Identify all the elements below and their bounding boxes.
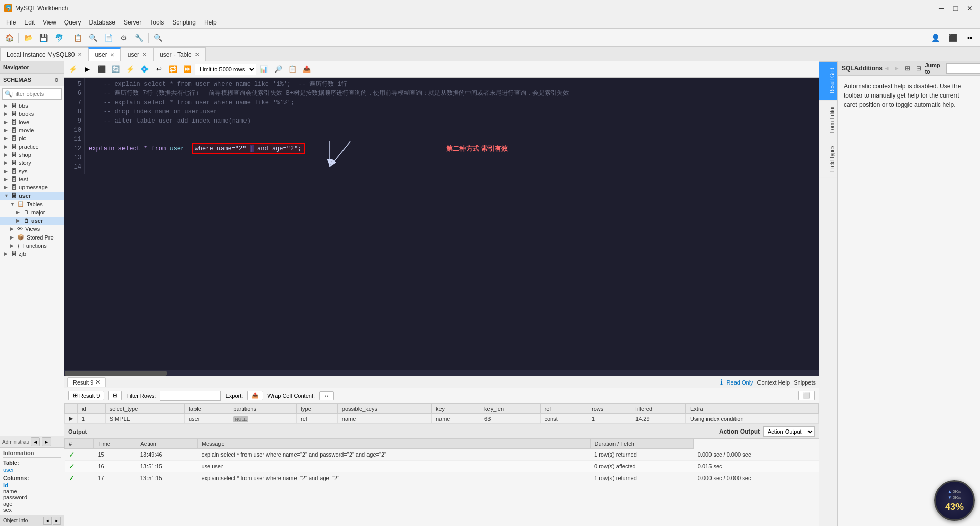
col-password[interactable]: password <box>3 494 61 500</box>
wrap-cell-btn[interactable]: ↔ <box>319 391 334 400</box>
export-btn[interactable]: 📤 <box>300 63 313 76</box>
schema-item-pic[interactable]: ▶ 🗄 pic <box>0 134 64 142</box>
save-button[interactable]: 💾 <box>36 31 51 45</box>
field-types-side-btn[interactable]: Field Types <box>819 139 837 178</box>
snippets-btn[interactable]: Snippets <box>794 379 816 386</box>
user-table-tab-close[interactable]: ✕ <box>195 52 199 57</box>
col-ref-header[interactable]: ref <box>540 404 587 414</box>
scroll-right-btn[interactable]: ► <box>53 517 61 525</box>
instance-tab[interactable]: Local instance MySQL80 ✕ <box>0 47 88 61</box>
schema-item-major[interactable]: ▶ 🗒 major <box>0 208 64 217</box>
explain-btn[interactable]: 🔎 <box>272 63 285 76</box>
table-row[interactable]: ▶ 1 SIMPLE user NULL ref name name 63 co… <box>65 414 819 424</box>
refresh-btn[interactable]: 🔄 <box>109 63 122 76</box>
layout-button[interactable]: ⬛ <box>944 30 961 46</box>
schema-item-stored-pro[interactable]: ▶ 📦 Stored Pro <box>0 233 64 242</box>
schema-item-shop[interactable]: ▶ 🗄 shop <box>0 151 64 159</box>
col-partitions-header[interactable]: partitions <box>229 404 297 414</box>
schema-inspect-btn[interactable]: 📋 <box>286 63 299 76</box>
col-extra-header[interactable]: Extra <box>686 404 819 414</box>
execute-btn[interactable]: ⚡ <box>66 63 80 76</box>
col-type-header[interactable]: type <box>297 404 338 414</box>
jump-to-input[interactable] <box>946 63 980 74</box>
col-rows-header[interactable]: rows <box>587 404 631 414</box>
schema-item-story[interactable]: ▶ 🗄 story <box>0 159 64 167</box>
instance-tab-close[interactable]: ✕ <box>78 52 82 57</box>
col-table-header[interactable]: table <box>184 404 229 414</box>
user-tab-2[interactable]: user ✕ <box>121 47 153 61</box>
table-button[interactable]: 📋 <box>70 31 85 45</box>
record-button[interactable]: 📄 <box>101 31 115 45</box>
nav-back-btn[interactable]: ◄ <box>31 437 40 446</box>
toggle-btn[interactable]: ⚡ <box>124 63 137 76</box>
schemas-options-btn[interactable]: ⚙ <box>52 75 61 84</box>
menu-help[interactable]: Help <box>200 18 221 27</box>
schema-item-user-table[interactable]: ▶ 🗒 user <box>0 217 64 225</box>
data-table-container[interactable]: id select_type table partitions type pos… <box>64 403 819 424</box>
transaction-btn[interactable]: 💠 <box>138 63 151 76</box>
col-key-header[interactable]: key <box>431 404 480 414</box>
user-tab-1-close[interactable]: ✕ <box>110 52 114 58</box>
maximize-button[interactable]: □ <box>949 2 962 14</box>
scroll-left-btn[interactable]: ◄ <box>43 517 52 525</box>
split-view-btn[interactable]: ⬜ <box>798 391 815 400</box>
filter-rows-input[interactable] <box>160 391 221 401</box>
schema-item-user[interactable]: ▼ 🗄 user <box>0 192 64 200</box>
layout2-button[interactable]: ▪▪ <box>962 30 978 46</box>
filter-input[interactable] <box>12 91 64 97</box>
query-button[interactable]: 🔍 <box>86 31 100 45</box>
col-select-type-header[interactable]: select_type <box>105 404 184 414</box>
col-filtered-header[interactable]: filtered <box>631 404 686 414</box>
schema-item-practice[interactable]: ▶ 🗄 practice <box>0 142 64 151</box>
editor-scrollbar-h[interactable] <box>64 370 819 376</box>
schema-item-upmessage[interactable]: ▶ 🗄 upmessage <box>0 183 64 192</box>
rollback-btn[interactable]: ↩ <box>152 63 165 76</box>
schema-item-movie[interactable]: ▶ 🗄 movie <box>0 126 64 134</box>
schema-item-functions[interactable]: ▶ ƒ Functions <box>0 242 64 250</box>
schema-item-sys[interactable]: ▶ 🗄 sys <box>0 167 64 175</box>
menu-tools[interactable]: Tools <box>145 18 168 27</box>
result-tab-close[interactable]: ✕ <box>95 379 100 386</box>
minimize-button[interactable]: ─ <box>935 2 947 14</box>
schema-item-zjb[interactable]: ▶ 🗄 zjb <box>0 250 64 258</box>
export-icon-btn[interactable]: 📤 <box>247 391 263 400</box>
col-key-len-header[interactable]: key_len <box>480 404 540 414</box>
menu-database[interactable]: Database <box>85 18 119 27</box>
schema-item-books[interactable]: ▶ 🗄 books <box>0 110 64 118</box>
user-tab-2-close[interactable]: ✕ <box>142 52 146 57</box>
form-editor-side-btn[interactable]: Form Editor <box>819 100 837 139</box>
schema-item-bbs[interactable]: ▶ 🗄 bbs <box>0 102 64 110</box>
database-button[interactable]: 🐬 <box>52 31 66 45</box>
schema-item-views[interactable]: ▶ 👁 Views <box>0 225 64 233</box>
col-id[interactable]: id <box>3 482 61 488</box>
output-type-select[interactable]: Action Output Text Output History Output <box>763 426 815 437</box>
result-9-tab[interactable]: Result 9 ✕ <box>67 377 106 387</box>
result-grid-side-btn[interactable]: Result Grid <box>819 61 837 100</box>
wrench-button[interactable]: 🔧 <box>132 31 146 45</box>
menu-query[interactable]: Query <box>60 18 85 27</box>
next-result-btn[interactable]: ⏩ <box>181 63 194 76</box>
nav-prev-btn[interactable]: ⊞ <box>903 63 912 74</box>
filter-rows-icon-btn[interactable]: ⊞ <box>108 391 122 400</box>
stop-btn[interactable]: ⬛ <box>95 63 108 76</box>
query-stats-btn[interactable]: 📊 <box>257 63 271 76</box>
col-id-header[interactable]: id <box>78 404 106 414</box>
sql-editor[interactable]: 5 6 7 8 9 10 11 12 13 14 -- explain sele… <box>64 78 819 370</box>
context-help-btn[interactable]: Context Help <box>757 379 790 386</box>
col-sex[interactable]: sex <box>3 507 61 513</box>
er-button[interactable]: ⚙ <box>116 31 131 45</box>
limit-select[interactable]: Limit to 5000 rows Don't Limit Limit to … <box>195 64 256 75</box>
col-age[interactable]: age <box>3 500 61 507</box>
home-button[interactable]: 🏠 <box>2 31 16 45</box>
menu-file[interactable]: File <box>2 18 20 27</box>
schema-item-tables[interactable]: ▼ 📋 Tables <box>0 200 64 208</box>
nav-next-btn[interactable]: ⊟ <box>914 63 923 74</box>
nav-forward-btn[interactable]: ► <box>42 437 51 446</box>
col-name[interactable]: name <box>3 488 61 494</box>
autocommit-btn[interactable]: 🔁 <box>166 63 180 76</box>
new-connection-button[interactable]: 📂 <box>21 31 35 45</box>
menu-edit[interactable]: Edit <box>20 18 39 27</box>
nav-right-btn[interactable]: ► <box>893 64 901 73</box>
user-table-tab[interactable]: user - Table ✕ <box>153 47 205 61</box>
menu-scripting[interactable]: Scripting <box>168 18 200 27</box>
